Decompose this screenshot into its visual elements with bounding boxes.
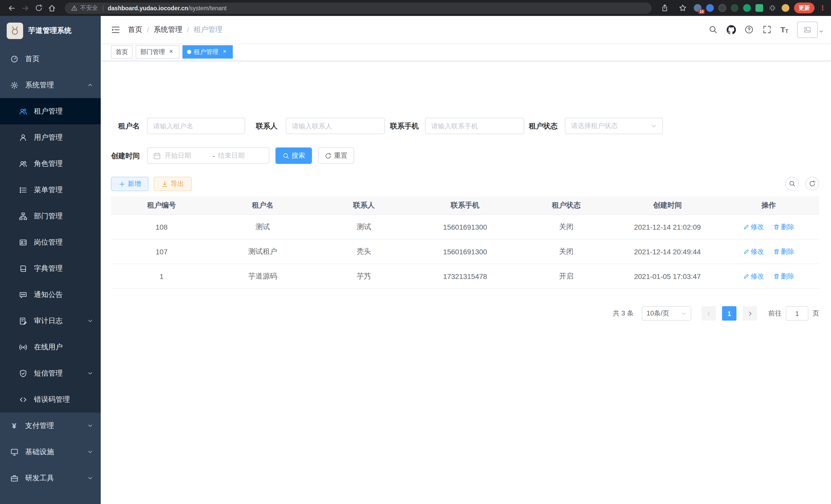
add-button[interactable]: 新增 [111, 177, 148, 191]
calendar-icon [153, 152, 161, 159]
post-icon [19, 238, 27, 246]
avatar [797, 21, 818, 38]
extension-blue-icon[interactable] [706, 4, 714, 12]
contact-input[interactable] [292, 122, 379, 130]
close-icon[interactable]: × [168, 48, 175, 56]
extensions-puzzle-icon[interactable] [768, 1, 777, 14]
export-button[interactable]: 导出 [154, 177, 192, 191]
sidebar-item-errcode[interactable]: 错误码管理 [0, 386, 101, 413]
refresh-icon [809, 180, 815, 187]
edit-link[interactable]: 修改 [743, 222, 764, 232]
trash-icon [773, 273, 779, 279]
sidebar-item-dept[interactable]: 部门管理 [0, 203, 101, 229]
address-bar[interactable]: 不安全 dashboard.yudao.iocoder.cn /system/t… [65, 2, 652, 13]
browser-back-icon[interactable] [5, 1, 19, 14]
plus-icon [118, 181, 125, 187]
sidebar-item-devtools[interactable]: 研发工具 [0, 465, 101, 491]
phone-field[interactable] [425, 118, 524, 134]
help-icon[interactable] [744, 25, 754, 34]
tools-icon [10, 474, 19, 482]
date-range-picker[interactable]: 开始日期 - 结束日期 [147, 147, 269, 164]
search-button[interactable]: 搜索 [276, 147, 312, 164]
chrome-menu-icon[interactable]: ⋮ [819, 4, 826, 12]
delete-link[interactable]: 删除 [773, 222, 794, 232]
chevron-right-icon [747, 310, 753, 316]
github-icon[interactable] [726, 25, 736, 34]
errcode-icon [19, 395, 27, 404]
extension-blocker-icon[interactable]: 10 [694, 4, 701, 12]
refresh-table-button[interactable] [805, 177, 819, 190]
edit-link[interactable]: 修改 [743, 271, 764, 281]
extension-darkgreen-icon[interactable] [731, 4, 739, 12]
tab-home[interactable]: 首页 [111, 45, 133, 59]
date-start[interactable]: 开始日期 [165, 151, 210, 160]
tenant-name-field[interactable] [147, 118, 245, 134]
breadcrumb-home[interactable]: 首页 [128, 25, 142, 34]
page-size-select[interactable]: 10条/页 [642, 306, 691, 321]
sidebar-fold-icon[interactable] [101, 16, 128, 43]
browser-home-icon[interactable] [45, 1, 59, 14]
next-page-button[interactable] [743, 306, 757, 321]
font-size-icon[interactable]: TT [780, 25, 789, 34]
goto-page-input[interactable] [786, 306, 808, 321]
sidebar-item-payment[interactable]: ¥ 支付管理 [0, 413, 101, 439]
close-icon[interactable]: × [221, 48, 228, 56]
infra-icon [10, 447, 19, 456]
prev-page-button[interactable] [701, 306, 716, 321]
edit-icon [743, 224, 749, 230]
security-chip[interactable]: 不安全 [71, 4, 98, 12]
sidebar-item-audit[interactable]: 审计日志 [0, 308, 101, 334]
sidebar-item-infra[interactable]: 基础设施 [0, 439, 101, 465]
chrome-update-button[interactable]: 更新 [794, 3, 814, 13]
sidebar-item-user[interactable]: 用户管理 [0, 124, 101, 151]
tenant-name-input[interactable] [153, 122, 239, 130]
sidebar-item-home[interactable]: 首页 [0, 46, 101, 72]
page-number-button[interactable]: 1 [722, 306, 737, 321]
delete-link[interactable]: 删除 [773, 247, 794, 256]
contact-field[interactable] [286, 118, 385, 134]
contact-label: 联系人 [234, 118, 278, 134]
phone-input[interactable] [431, 122, 518, 130]
table-row: 107 测试租户 秃头 15601691300 关闭 2021-12-14 20… [111, 239, 819, 264]
sidebar: 芋道管理系统 首页 系统管理 租户管理 [0, 16, 101, 504]
page-unit-label: 页 [812, 309, 819, 318]
extension-green-square-icon[interactable] [755, 4, 763, 12]
user-menu[interactable] [797, 21, 824, 38]
edit-link[interactable]: 修改 [743, 247, 764, 256]
sidebar-item-menu[interactable]: 菜单管理 [0, 177, 101, 203]
sidebar-item-dict[interactable]: 字典管理 [0, 255, 101, 281]
reset-button[interactable]: 重置 [318, 147, 354, 164]
search-icon [282, 152, 289, 159]
sidebar-item-role[interactable]: 角色管理 [0, 151, 101, 177]
notice-icon [19, 290, 27, 299]
chevron-left-icon [706, 310, 712, 316]
bookmark-star-icon[interactable] [676, 1, 689, 14]
trash-icon [773, 248, 779, 255]
extension-badge: 10 [698, 9, 705, 14]
sidebar-item-notice[interactable]: 通知公告 [0, 281, 101, 308]
tab-dept[interactable]: 部门管理 × [136, 45, 179, 59]
toggle-search-button[interactable] [785, 177, 799, 190]
pagination-total: 共 3 条 [613, 309, 634, 318]
sidebar-item-online[interactable]: 在线用户 [0, 334, 101, 360]
extension-green-check-icon[interactable] [743, 4, 751, 12]
sidebar-item-post[interactable]: 岗位管理 [0, 229, 101, 255]
breadcrumb-system[interactable]: 系统管理 [154, 25, 182, 34]
status-select[interactable]: 请选择租户状态 [565, 118, 663, 134]
sidebar-item-tenant[interactable]: 租户管理 [0, 98, 101, 124]
share-icon[interactable] [658, 1, 671, 14]
goto-label: 前往 [768, 309, 782, 318]
profile-avatar-icon[interactable] [782, 4, 790, 12]
tab-tenant[interactable]: 租户管理 × [182, 45, 233, 59]
fullscreen-icon[interactable] [763, 25, 772, 34]
sidebar-item-system[interactable]: 系统管理 [0, 72, 101, 98]
browser-forward-icon[interactable] [19, 1, 32, 14]
delete-link[interactable]: 删除 [773, 271, 794, 281]
gear-icon [10, 81, 19, 89]
browser-reload-icon[interactable] [32, 1, 45, 14]
sidebar-item-sms[interactable]: 短信管理 [0, 360, 101, 386]
extension-dark-icon[interactable] [718, 4, 726, 12]
logo[interactable]: 芋道管理系统 [0, 16, 101, 46]
date-end[interactable]: 结束日期 [218, 151, 263, 160]
header-search-icon[interactable] [709, 25, 718, 34]
